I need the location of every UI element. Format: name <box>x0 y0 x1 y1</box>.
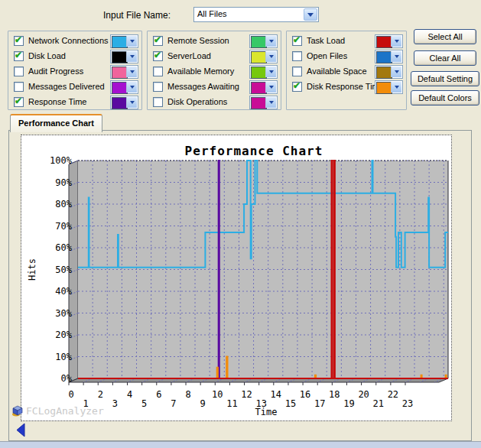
check-icon: ✔ <box>15 34 22 45</box>
input-file-label: Input File Name: <box>103 10 171 21</box>
color-swatch <box>376 51 392 63</box>
svg-text:20: 20 <box>358 389 369 400</box>
series-row-network-connections: ✔Network Connections <box>8 34 141 49</box>
clear-all-button[interactable]: Clear All <box>414 50 476 66</box>
svg-text:0: 0 <box>68 389 73 400</box>
svg-text:70%: 70% <box>55 221 72 232</box>
checkbox-response-time[interactable]: ✔ <box>14 97 24 107</box>
chevron-down-icon <box>265 67 276 77</box>
color-dropdown-remote-session[interactable] <box>249 34 278 48</box>
checkbox-network-connections[interactable]: ✔ <box>14 36 24 46</box>
default-colors-button[interactable]: Default Colors <box>411 90 479 106</box>
svg-text:90%: 90% <box>55 177 72 188</box>
chevron-down-icon <box>391 36 401 47</box>
checkbox-audit-progress[interactable] <box>14 67 24 76</box>
color-dropdown-messages-delivered[interactable] <box>110 80 138 94</box>
svg-text:0%: 0% <box>61 373 73 384</box>
color-dropdown-available-space[interactable] <box>375 65 403 79</box>
color-dropdown-disk-operations[interactable] <box>249 96 278 109</box>
select-all-button[interactable]: Select All <box>414 29 476 44</box>
svg-text:10: 10 <box>212 389 223 400</box>
svg-text:20%: 20% <box>55 330 72 340</box>
input-file-select[interactable]: All Files <box>193 7 319 22</box>
series-label-disk-response-time: Disk Response Time <box>307 82 384 91</box>
color-dropdown-messages-awaiting[interactable] <box>249 80 278 94</box>
performance-chart: 012345678910111213141516171819202122230%… <box>21 135 451 420</box>
series-label-messages-delivered: Messages Delivered <box>28 82 105 91</box>
series-label-audit-progress: Audit Progress <box>28 67 83 76</box>
check-icon: ✔ <box>154 34 161 45</box>
chevron-down-icon <box>265 51 276 62</box>
combobox-arrow-icon[interactable] <box>304 8 317 21</box>
checkbox-task-load[interactable]: ✔ <box>292 36 302 46</box>
checkbox-available-space[interactable] <box>292 67 302 76</box>
color-swatch <box>376 82 392 94</box>
svg-text:7: 7 <box>171 398 176 409</box>
performance-chart-area: 012345678910111213141516171819202122230%… <box>21 135 452 421</box>
color-swatch <box>112 97 128 109</box>
color-dropdown-disk-response-time[interactable] <box>375 80 403 94</box>
checkbox-serverload[interactable]: ✔ <box>153 51 163 61</box>
chevron-down-icon <box>391 82 401 93</box>
back-arrow-button[interactable] <box>16 423 27 438</box>
series-label-response-time: Response Time <box>28 97 86 106</box>
color-swatch <box>251 67 267 79</box>
svg-text:23: 23 <box>402 398 413 409</box>
chevron-down-icon <box>126 51 137 62</box>
color-swatch <box>251 36 267 48</box>
svg-text:Hits: Hits <box>27 258 37 281</box>
color-dropdown-network-connections[interactable] <box>110 34 138 48</box>
svg-text:100%: 100% <box>50 155 73 166</box>
color-dropdown-response-time[interactable] <box>110 96 138 109</box>
checkbox-messages-delivered[interactable] <box>14 82 24 92</box>
chevron-down-icon <box>391 51 401 62</box>
series-row-serverload: ✔ServerLoad <box>148 49 281 64</box>
series-group-3: ✔Task LoadOpen FilesAvailable Space✔Disk… <box>286 31 407 110</box>
svg-text:11: 11 <box>226 398 237 409</box>
checkbox-disk-operations[interactable] <box>153 97 163 107</box>
app-logo-icon <box>11 404 24 417</box>
svg-text:14: 14 <box>271 389 281 400</box>
chevron-down-icon <box>265 82 276 93</box>
checkbox-open-files[interactable] <box>292 51 302 61</box>
series-row-messages-delivered: Messages Delivered <box>8 80 141 95</box>
color-swatch <box>251 51 267 63</box>
svg-text:18: 18 <box>329 389 340 400</box>
series-group-1: ✔Network Connections✔Disk LoadAudit Prog… <box>8 31 142 110</box>
color-dropdown-open-files[interactable] <box>375 50 403 63</box>
check-icon: ✔ <box>293 34 301 45</box>
series-row-task-load: ✔Task Load <box>287 34 406 49</box>
svg-text:6: 6 <box>156 389 161 400</box>
series-row-messages-awaiting: Messages Awaiting <box>148 80 281 95</box>
color-dropdown-available-memory[interactable] <box>249 65 278 79</box>
svg-text:30%: 30% <box>55 308 72 319</box>
tab-performance-chart[interactable]: Performance Chart <box>10 114 102 132</box>
svg-text:80%: 80% <box>55 199 72 209</box>
color-dropdown-task-load[interactable] <box>375 34 403 48</box>
chevron-down-icon <box>126 82 137 93</box>
svg-text:15: 15 <box>285 398 296 409</box>
color-dropdown-disk-load[interactable] <box>110 50 138 63</box>
default-setting-button[interactable]: Default Setting <box>411 71 479 86</box>
checkbox-disk-load[interactable]: ✔ <box>14 51 24 61</box>
checkbox-remote-session[interactable]: ✔ <box>153 36 163 46</box>
svg-text:21: 21 <box>373 398 384 409</box>
checkbox-messages-awaiting[interactable] <box>153 82 163 92</box>
series-row-available-memory: Available Memory <box>148 64 281 80</box>
svg-text:8: 8 <box>185 389 190 400</box>
checkbox-available-memory[interactable] <box>153 67 163 76</box>
series-row-disk-response-time: ✔Disk Response Time <box>287 80 406 95</box>
svg-text:9: 9 <box>200 398 206 409</box>
color-swatch <box>112 82 128 94</box>
color-dropdown-audit-progress[interactable] <box>110 65 138 79</box>
svg-text:17: 17 <box>314 398 325 409</box>
series-label-disk-load: Disk Load <box>28 51 66 60</box>
series-row-available-space: Available Space <box>287 64 406 80</box>
series-row-disk-operations: Disk Operations <box>148 95 281 110</box>
checkbox-disk-response-time[interactable]: ✔ <box>292 82 302 92</box>
series-label-remote-session: Remote Session <box>167 36 229 45</box>
series-row-response-time: ✔Response Time <box>8 95 141 110</box>
color-dropdown-serverload[interactable] <box>249 50 278 63</box>
svg-text:10%: 10% <box>55 352 72 362</box>
series-row-remote-session: ✔Remote Session <box>148 34 281 49</box>
